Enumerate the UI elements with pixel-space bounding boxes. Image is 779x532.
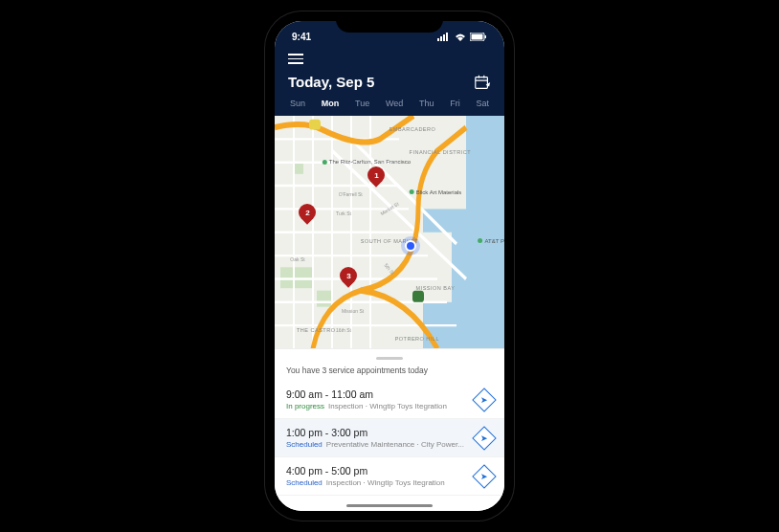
sheet-grabber[interactable]: [376, 357, 403, 360]
map-road-label: Mission St: [342, 308, 364, 314]
map-pin-1[interactable]: 1: [367, 166, 385, 189]
svg-rect-5: [472, 33, 483, 39]
map-poi[interactable]: AT&T Park: [478, 238, 504, 244]
title-row: Today, Sep 5: [275, 64, 504, 97]
map-poi[interactable]: Blick Art Materials: [410, 189, 462, 195]
day-tab-sun[interactable]: Sun: [286, 97, 309, 110]
appointment-meta: ScheduledPreventative Maintenance · City…: [286, 440, 464, 449]
appointment-status: Scheduled: [286, 478, 323, 487]
map-pin-2[interactable]: 2: [299, 204, 316, 227]
menu-button[interactable]: [288, 54, 303, 64]
directions-icon[interactable]: ➤: [472, 426, 496, 450]
appointment-row[interactable]: 9:00 am - 11:00 amIn progressInspection …: [275, 381, 504, 419]
battery-icon: [470, 33, 487, 41]
day-tab-tue[interactable]: Tue: [351, 97, 373, 110]
day-tab-wed[interactable]: Wed: [382, 97, 407, 110]
appointment-meta: ScheduledInspection · Wingtip Toys Itegr…: [286, 478, 445, 487]
phone-notch: [336, 11, 443, 33]
svg-rect-17: [294, 162, 303, 173]
day-tabs: SunMonTueWedThuFriSat: [275, 97, 504, 116]
appointment-time: 9:00 am - 11:00 am: [286, 388, 447, 400]
app-screen: 9:41 Today, Sep 5 SunMonTueWedThuFriSat: [275, 21, 504, 511]
day-tab-sat[interactable]: Sat: [472, 97, 493, 110]
directions-icon[interactable]: ➤: [472, 388, 496, 411]
status-time: 9:41: [292, 32, 311, 42]
day-tab-fri[interactable]: Fri: [446, 97, 464, 110]
appointment-row[interactable]: 1:00 pm - 3:00 pmScheduledPreventative M…: [275, 419, 504, 457]
day-tab-thu[interactable]: Thu: [415, 97, 438, 110]
toolbar: [275, 46, 504, 64]
svg-rect-35: [309, 119, 321, 129]
calendar-icon[interactable]: [474, 74, 491, 91]
appointment-row[interactable]: 4:00 pm - 5:00 pmScheduledInspection · W…: [275, 457, 504, 496]
map-region-label: MISSION BAY: [416, 285, 456, 291]
app-header: 9:41 Today, Sep 5 SunMonTueWedThuFriSat: [275, 21, 504, 116]
svg-rect-0: [437, 38, 439, 41]
page-title: Today, Sep 5: [288, 74, 374, 90]
svg-rect-1: [440, 36, 442, 41]
svg-rect-15: [280, 267, 313, 288]
appointment-meta: In progressInspection · Wingtip Toys Ite…: [286, 402, 447, 410]
directions-icon[interactable]: ➤: [472, 464, 496, 488]
home-indicator[interactable]: [346, 504, 433, 507]
appointments-sheet: You have 3 service appointments today 9:…: [275, 348, 504, 511]
user-location-dot: [405, 240, 416, 252]
map-region-label: EMBARCADERO: [390, 126, 436, 132]
map-poi[interactable]: The Ritz-Carlton, San Francisco: [323, 159, 411, 165]
svg-rect-6: [485, 35, 487, 38]
map-road-label: Oak St: [290, 256, 304, 262]
appointment-time: 1:00 pm - 3:00 pm: [286, 427, 464, 438]
svg-rect-16: [317, 290, 332, 306]
status-icons: [437, 33, 487, 41]
appointment-status: In progress: [286, 402, 324, 410]
svg-rect-34: [412, 290, 424, 301]
map-road-label: Turk St: [336, 211, 351, 216]
map-region-label: POTRERO HILL: [395, 336, 439, 342]
wifi-icon: [455, 33, 466, 41]
svg-rect-7: [476, 77, 488, 88]
appointment-status: Scheduled: [286, 440, 323, 449]
map-pin-3[interactable]: 3: [340, 267, 357, 290]
map-road-label: 16th St: [336, 327, 351, 333]
svg-rect-3: [446, 33, 448, 41]
signal-icon: [437, 33, 451, 41]
day-tab-mon[interactable]: Mon: [318, 97, 344, 110]
map-region-label: FINANCIAL DISTRICT: [410, 149, 471, 155]
svg-rect-2: [443, 34, 445, 41]
map-region-label: THE CASTRO: [297, 327, 335, 333]
map-road-label: O'Farrell St: [339, 191, 363, 197]
summary-text: You have 3 service appointments today: [275, 366, 504, 381]
phone-frame: 9:41 Today, Sep 5 SunMonTueWedThuFriSat: [265, 11, 514, 521]
map-view[interactable]: EMBARCADEROFINANCIAL DISTRICTSOUTH OF MA…: [275, 116, 504, 349]
appointment-time: 4:00 pm - 5:00 pm: [286, 465, 445, 477]
